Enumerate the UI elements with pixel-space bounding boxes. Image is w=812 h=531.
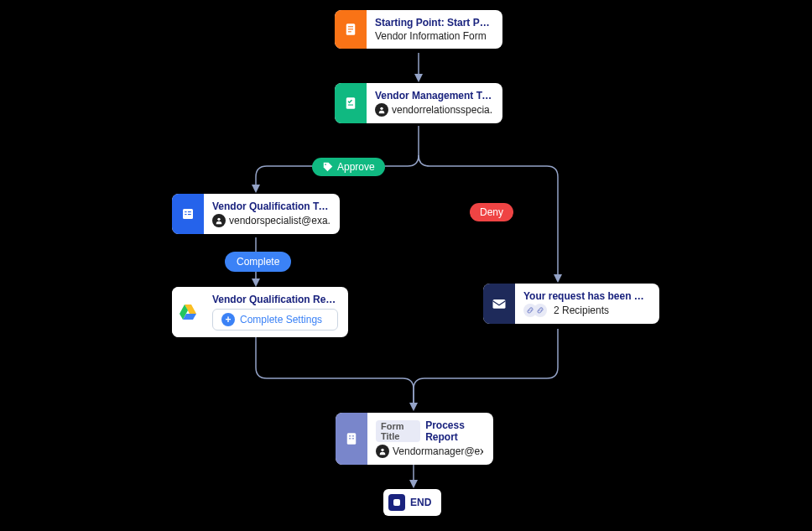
svg-rect-17 xyxy=(352,435,354,436)
start-node-title: Starting Point: Start Point xyxy=(375,17,492,29)
denied-node[interactable]: Your request has been denied. 2 Recipien… xyxy=(483,284,659,324)
complete-settings-button[interactable]: + Complete Settings xyxy=(212,309,338,331)
svg-point-20 xyxy=(381,449,383,451)
svg-rect-11 xyxy=(185,214,186,215)
reports-title: Vendor Qualification Reports... xyxy=(212,294,338,305)
report-icon xyxy=(336,413,367,465)
svg-rect-19 xyxy=(352,438,354,439)
svg-rect-3 xyxy=(348,31,351,32)
svg-rect-1 xyxy=(348,26,353,27)
svg-rect-15 xyxy=(347,433,357,445)
end-label: END xyxy=(410,497,431,508)
svg-rect-9 xyxy=(185,211,186,212)
process-report-user: Vendormanager@exa... xyxy=(393,445,483,457)
recipients-icon xyxy=(523,304,547,317)
stop-icon xyxy=(388,494,405,511)
svg-point-13 xyxy=(217,218,220,221)
process-report-node[interactable]: Form Title Process Report Vendormanager@… xyxy=(336,413,493,465)
gdrive-icon xyxy=(172,287,204,337)
svg-rect-2 xyxy=(348,29,353,29)
user-avatar-icon xyxy=(375,103,388,117)
vendor-management-user: vendorrelationsspecia... xyxy=(392,104,492,116)
qualification-task-user: vendorspecialist@exa... xyxy=(229,215,330,226)
start-node[interactable]: Starting Point: Start Point Vendor Infor… xyxy=(335,10,502,49)
deny-label: Deny xyxy=(480,206,503,218)
vendor-management-node[interactable]: Vendor Management Team vendorrelationssp… xyxy=(335,83,502,123)
svg-rect-18 xyxy=(349,438,351,439)
form-title-chip: Form Title xyxy=(376,420,420,442)
svg-rect-12 xyxy=(188,214,191,215)
denied-recipients: 2 Recipients xyxy=(554,305,609,316)
checklist-icon xyxy=(335,83,367,123)
start-node-subtitle: Vendor Information Form xyxy=(375,30,492,42)
svg-point-7 xyxy=(325,164,326,165)
process-report-title: Process Report xyxy=(425,419,483,443)
approve-label: Approve xyxy=(337,161,375,173)
qualification-task-node[interactable]: Vendor Qualification Task vendorspeciali… xyxy=(172,194,340,234)
deny-badge: Deny xyxy=(470,203,513,221)
complete-settings-label: Complete Settings xyxy=(240,314,322,325)
svg-rect-16 xyxy=(349,435,351,436)
svg-point-6 xyxy=(380,107,383,110)
qualification-task-title: Vendor Qualification Task xyxy=(212,200,330,212)
complete-label: Complete xyxy=(237,256,279,268)
svg-rect-14 xyxy=(493,299,506,309)
form-icon xyxy=(172,194,204,234)
document-icon xyxy=(335,10,367,49)
tag-check-icon xyxy=(322,161,334,173)
svg-rect-10 xyxy=(188,211,191,212)
approve-badge: Approve xyxy=(312,158,385,176)
svg-rect-4 xyxy=(346,97,356,109)
user-avatar-icon xyxy=(376,445,389,458)
workflow-canvas: Starting Point: Start Point Vendor Infor… xyxy=(0,0,812,531)
plus-icon: + xyxy=(221,313,235,326)
envelope-icon xyxy=(483,284,515,324)
reports-node[interactable]: Vendor Qualification Reports... + Comple… xyxy=(172,287,348,337)
denied-title: Your request has been denied. xyxy=(523,290,649,302)
svg-rect-5 xyxy=(348,105,353,106)
complete-badge: Complete xyxy=(225,252,291,272)
vendor-management-title: Vendor Management Team xyxy=(375,90,492,102)
user-avatar-icon xyxy=(212,214,226,227)
end-node[interactable]: END xyxy=(383,489,441,516)
